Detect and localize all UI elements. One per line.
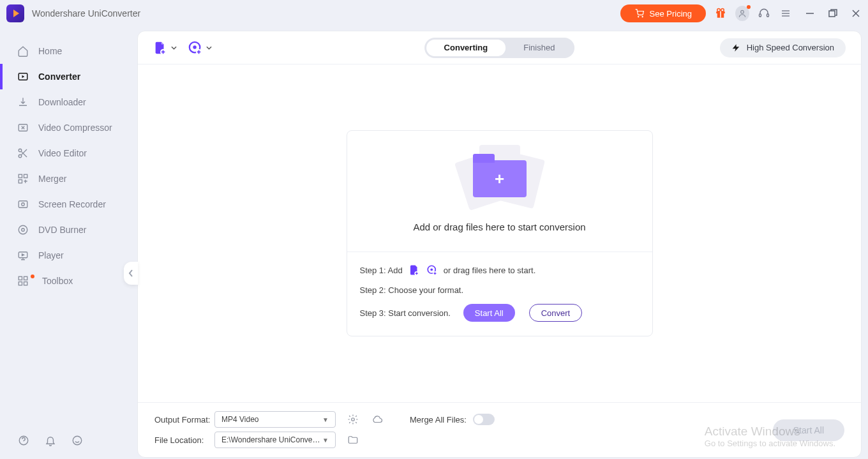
svg-point-6 — [721, 9, 724, 12]
sidebar-item-label: Screen Recorder — [38, 199, 106, 209]
sidebar-item-recorder[interactable]: Screen Recorder — [0, 192, 137, 217]
add-dvd-icon[interactable] — [426, 264, 438, 276]
sidebar-item-editor[interactable]: Video Editor — [0, 140, 137, 166]
file-location-value: E:\Wondershare UniConverter — [221, 435, 322, 444]
tab-converting[interactable]: Converting — [426, 40, 506, 56]
sidebar-item-label: Home — [38, 46, 62, 56]
file-location-label: File Location: — [154, 435, 214, 445]
sidebar-item-label: Toolbox — [42, 276, 73, 286]
disc-icon — [17, 223, 29, 236]
step-1-post: or drag files here to start. — [444, 266, 536, 275]
minimize-button[interactable] — [804, 8, 816, 19]
compress-icon — [17, 121, 29, 134]
step-1: Step 1: Add or drag files here to start. — [360, 264, 640, 276]
sidebar-item-player[interactable]: Player — [0, 243, 137, 268]
svg-rect-27 — [19, 201, 27, 208]
folder-illustration: + — [452, 150, 548, 207]
see-pricing-label: See Pricing — [650, 9, 692, 19]
svg-point-46 — [430, 268, 433, 271]
svg-rect-14 — [829, 11, 835, 17]
gift-icon[interactable] — [714, 6, 728, 20]
svg-marker-32 — [22, 254, 24, 256]
svg-point-38 — [73, 436, 82, 445]
tab-segment: Converting Finished — [424, 38, 575, 58]
svg-rect-24 — [19, 174, 22, 177]
svg-rect-9 — [767, 14, 769, 17]
drop-card: + Add or drag files here to start conver… — [347, 130, 653, 336]
feedback-icon[interactable] — [70, 433, 84, 448]
see-pricing-button[interactable]: See Pricing — [620, 4, 706, 22]
sidebar-item-compressor[interactable]: Video Compressor — [0, 115, 137, 140]
add-file-icon — [153, 41, 167, 55]
output-format-value: MP4 Video — [221, 415, 258, 424]
badge-dot — [31, 275, 34, 278]
bell-icon[interactable] — [43, 433, 57, 448]
svg-rect-34 — [24, 276, 27, 280]
chevron-down-icon — [171, 46, 177, 50]
sidebar-item-downloader[interactable]: Downloader — [0, 89, 137, 115]
file-location-select[interactable]: E:\Wondershare UniConverter ▼ — [214, 432, 336, 448]
start-all-button[interactable]: Start All — [463, 304, 515, 322]
account-icon[interactable] — [735, 6, 749, 20]
drop-message: Add or drag files here to start conversi… — [413, 222, 585, 232]
open-folder-icon[interactable] — [346, 433, 360, 447]
hsc-label: High Speed Conversion — [747, 43, 834, 52]
svg-point-0 — [638, 17, 638, 17]
high-speed-conversion-button[interactable]: High Speed Conversion — [720, 38, 846, 57]
svg-rect-35 — [19, 282, 22, 285]
chevron-down-icon: ▼ — [322, 416, 329, 423]
sidebar-item-converter[interactable]: Converter — [0, 64, 137, 89]
help-icon[interactable] — [17, 433, 31, 448]
cloud-icon[interactable] — [370, 412, 384, 426]
svg-point-1 — [642, 17, 643, 17]
svg-point-28 — [22, 203, 25, 206]
close-button[interactable] — [850, 8, 862, 19]
converter-icon — [17, 70, 29, 83]
output-format-select[interactable]: MP4 Video ▼ — [214, 411, 336, 428]
tab-finished[interactable]: Finished — [505, 40, 572, 56]
svg-point-30 — [22, 229, 25, 232]
sidebar-item-label: Merger — [38, 174, 66, 184]
svg-rect-33 — [19, 276, 22, 280]
add-dvd-button[interactable] — [188, 41, 212, 55]
sidebar-item-toolbox[interactable]: Toolbox — [0, 268, 137, 294]
convert-button[interactable]: Convert — [529, 304, 583, 322]
svg-marker-18 — [22, 75, 25, 79]
bolt-icon — [731, 43, 740, 53]
step-1-pre: Step 1: Add — [360, 266, 403, 275]
main-panel: Converting Finished High Speed Conversio… — [137, 31, 862, 458]
start-all-main-button[interactable]: Start All — [773, 419, 844, 441]
maximize-button[interactable] — [827, 8, 839, 19]
svg-point-21 — [19, 154, 22, 158]
home-icon — [17, 45, 29, 57]
svg-rect-26 — [19, 180, 22, 183]
recorder-icon — [17, 198, 29, 211]
drop-area[interactable]: + Add or drag files here to start conver… — [138, 64, 861, 402]
svg-marker-43 — [732, 44, 739, 52]
sidebar-item-merger[interactable]: Merger — [0, 166, 137, 192]
output-format-label: Output Format: — [154, 415, 214, 425]
sidebar-item-label: Player — [38, 250, 64, 260]
step-2: Step 2: Choose your format. — [360, 285, 640, 295]
menu-icon[interactable] — [779, 6, 793, 20]
download-icon — [17, 96, 29, 109]
app-title: Wondershare UniConverter — [32, 8, 140, 19]
svg-point-48 — [352, 418, 355, 421]
sidebar-collapse-button[interactable] — [124, 262, 138, 285]
add-dvd-icon — [188, 41, 202, 55]
svg-point-5 — [717, 9, 721, 12]
support-icon[interactable] — [757, 6, 771, 20]
scissors-icon — [17, 147, 29, 160]
add-file-button[interactable] — [153, 41, 177, 55]
bottom-bar: Output Format: MP4 Video ▼ Merge All Fil… — [138, 402, 861, 457]
sidebar-item-label: Video Editor — [38, 148, 87, 158]
sidebar-item-home[interactable]: Home — [0, 38, 137, 64]
settings-gear-icon[interactable] — [346, 412, 360, 426]
chevron-down-icon — [206, 46, 212, 50]
merger-icon — [17, 172, 29, 185]
sidebar-item-label: Video Compressor — [38, 123, 112, 133]
add-file-icon[interactable] — [408, 264, 421, 276]
sidebar-item-label: Downloader — [38, 97, 86, 107]
merge-toggle[interactable] — [473, 414, 495, 425]
sidebar-item-dvd[interactable]: DVD Burner — [0, 217, 137, 243]
